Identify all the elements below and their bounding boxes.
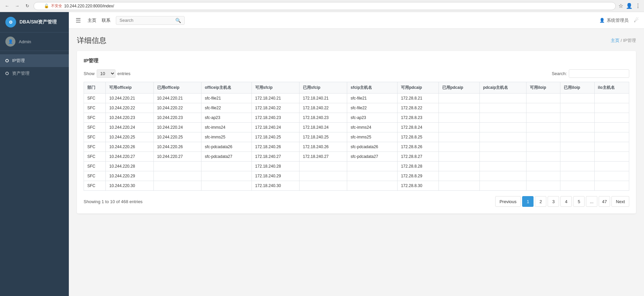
- next-button[interactable]: Next: [611, 196, 629, 207]
- table-cell[interactable]: [153, 171, 201, 181]
- table-cell: [560, 94, 594, 103]
- table-cell[interactable]: 10.244.220.22: [153, 103, 201, 113]
- table-body: SFC10.244.220.2110.244.220.21sfc-file211…: [84, 94, 629, 191]
- table-cell: [594, 132, 629, 142]
- table-cell[interactable]: 10.244.220.27: [106, 152, 153, 162]
- browser-bar: ← → ↻ 🔓 不安全 10.244.220.220:8000/index/ ☆…: [0, 0, 644, 12]
- table-cell[interactable]: 10.244.220.26: [153, 142, 201, 152]
- col-pdc-host: pdcaip主机名: [479, 82, 526, 94]
- table-cell: [594, 103, 629, 113]
- nav-link-contact[interactable]: 联系: [102, 17, 110, 23]
- table-cell: SFC: [84, 94, 106, 103]
- page-btn-2[interactable]: 2: [535, 196, 546, 207]
- address-bar[interactable]: 🔓 不安全 10.244.220.220:8000/index/: [34, 2, 616, 10]
- table-cell[interactable]: 172.18.240.24: [251, 123, 299, 132]
- sidebar-item-asset-mgmt[interactable]: 资产管理: [0, 67, 69, 80]
- table-cell[interactable]: 172.18.240.27: [251, 152, 299, 162]
- table-cell[interactable]: 172.18.240.29: [251, 171, 299, 181]
- table-cell: [526, 103, 560, 113]
- search-input[interactable]: [120, 18, 173, 23]
- col-dept: 部门: [84, 82, 106, 94]
- table-cell: 172.28.8.25: [398, 132, 439, 142]
- sidebar-title: DBA/SM资产管理: [19, 19, 57, 25]
- breadcrumb-current: IP管理: [623, 38, 636, 43]
- table-cell[interactable]: 172.18.240.21: [251, 94, 299, 103]
- table-cell[interactable]: 10.244.220.26: [106, 142, 153, 152]
- table-cell[interactable]: [153, 162, 201, 171]
- prev-button[interactable]: Previous: [495, 196, 521, 207]
- table-cell[interactable]: [300, 162, 347, 171]
- table-cell[interactable]: 10.244.220.25: [153, 132, 201, 142]
- table-search-input[interactable]: [569, 69, 629, 78]
- table-cell[interactable]: 172.18.240.22: [300, 103, 347, 113]
- table-cell: [479, 103, 526, 113]
- table-cell[interactable]: 10.244.220.21: [106, 94, 153, 103]
- table-cell[interactable]: 10.244.220.29: [106, 171, 153, 181]
- security-label: 不安全: [51, 3, 62, 8]
- back-button[interactable]: ←: [3, 2, 11, 10]
- table-cell: [439, 103, 479, 113]
- table-cell: sfc-file22: [347, 103, 398, 113]
- table-cell[interactable]: 172.18.240.26: [300, 142, 347, 152]
- bookmark-icon[interactable]: ☆: [618, 3, 623, 9]
- hamburger-icon[interactable]: ☰: [74, 15, 82, 25]
- table-cell[interactable]: 172.18.240.24: [300, 123, 347, 132]
- page-btn-47[interactable]: 47: [599, 196, 610, 207]
- address-url: 10.244.220.220:8000/index/: [64, 4, 114, 8]
- table-cell[interactable]: [300, 171, 347, 181]
- table-cell[interactable]: 172.18.240.21: [300, 94, 347, 103]
- entries-select[interactable]: 10 25 50 100: [97, 69, 116, 78]
- table-cell[interactable]: 10.244.220.24: [106, 123, 153, 132]
- table-cell: SFC: [84, 142, 106, 152]
- table-cell[interactable]: 172.18.240.27: [300, 152, 347, 162]
- table-cell[interactable]: 10.244.220.25: [106, 132, 153, 142]
- breadcrumb-home[interactable]: 主页: [611, 38, 619, 43]
- table-cell[interactable]: 172.18.240.22: [251, 103, 299, 113]
- table-cell[interactable]: 10.244.220.30: [106, 181, 153, 191]
- grid-icon[interactable]: ☄: [634, 17, 639, 23]
- pagination-info: Showing 1 to 10 of 468 entries: [84, 199, 143, 204]
- forward-button[interactable]: →: [13, 2, 21, 10]
- table-cell[interactable]: 10.244.220.22: [106, 103, 153, 113]
- table-cell[interactable]: 10.244.220.21: [153, 94, 201, 103]
- nav-link-home[interactable]: 主页: [88, 17, 96, 23]
- table-cell: sfc-pdcadata26: [201, 142, 251, 152]
- table-cell: [201, 181, 251, 191]
- reload-button[interactable]: ↻: [24, 2, 31, 10]
- page-header: 详细信息 主页 / IP管理: [77, 36, 636, 46]
- table-cell[interactable]: 10.244.220.23: [153, 113, 201, 123]
- table-cell[interactable]: 172.18.240.25: [251, 132, 299, 142]
- table-cell[interactable]: 10.244.220.28: [106, 162, 153, 171]
- table-cell[interactable]: 172.18.240.30: [251, 181, 299, 191]
- page-btn-3[interactable]: 3: [548, 196, 559, 207]
- page-btn-5[interactable]: 5: [573, 196, 585, 207]
- table-cell: [594, 94, 629, 103]
- menu-icon[interactable]: ⋮: [635, 3, 641, 9]
- table-cell[interactable]: 172.18.240.26: [251, 142, 299, 152]
- pagination-bar: Showing 1 to 10 of 468 entries Previous …: [84, 196, 629, 207]
- table-cell[interactable]: [300, 181, 347, 191]
- page-btn-1[interactable]: 1: [522, 196, 534, 207]
- admin-label: 系统管理员: [607, 17, 629, 23]
- table-cell[interactable]: 172.18.240.28: [251, 162, 299, 171]
- table-cell: sfc-pdcadata27: [201, 152, 251, 162]
- table-cell[interactable]: [153, 181, 201, 191]
- lock-icon: 🔓: [44, 4, 49, 8]
- table-cell: [479, 113, 526, 123]
- table-cell[interactable]: 172.18.240.23: [251, 113, 299, 123]
- table-cell[interactable]: 10.244.220.23: [106, 113, 153, 123]
- page-btn-4[interactable]: 4: [560, 196, 572, 207]
- profile-icon[interactable]: 👤: [626, 3, 633, 9]
- show-label: Show: [84, 71, 95, 76]
- table-cell: 172.28.8.28: [398, 162, 439, 171]
- table-cell: 172.28.8.24: [398, 123, 439, 132]
- col-avail-sfc: 可用sfcip: [251, 82, 299, 94]
- table-cell[interactable]: 10.244.220.24: [153, 123, 201, 132]
- table-cell[interactable]: 10.244.220.27: [153, 152, 201, 162]
- table-cell[interactable]: 172.18.240.25: [300, 132, 347, 142]
- table-cell: [439, 181, 479, 191]
- sidebar-item-ip-mgmt[interactable]: IP管理: [0, 54, 69, 67]
- admin-info: 👤 系统管理员: [599, 17, 629, 23]
- table-cell[interactable]: 172.18.240.23: [300, 113, 347, 123]
- col-avail-office: 可用officeip: [106, 82, 153, 94]
